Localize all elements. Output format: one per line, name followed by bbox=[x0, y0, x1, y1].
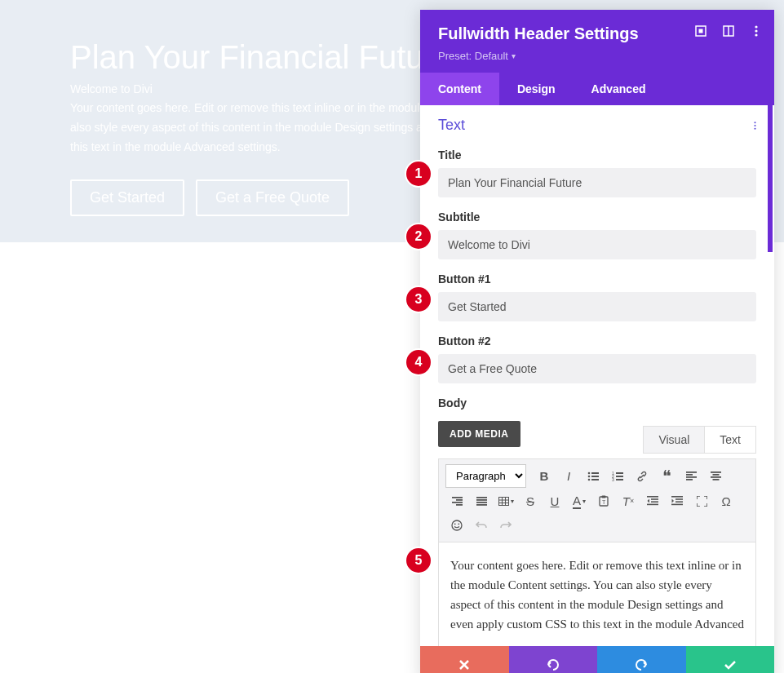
svg-text:3: 3 bbox=[612, 477, 614, 481]
svg-rect-48 bbox=[651, 501, 658, 503]
svg-rect-25 bbox=[686, 479, 693, 480]
svg-rect-15 bbox=[591, 479, 599, 480]
editor-section: Visual Text Paragraph B I 123 ❝ S U A T bbox=[420, 426, 774, 646]
svg-point-7 bbox=[754, 122, 755, 123]
redo-icon[interactable] bbox=[494, 514, 517, 537]
tab-advanced[interactable]: Advanced bbox=[574, 73, 664, 105]
svg-rect-11 bbox=[591, 472, 599, 474]
bold-icon[interactable]: B bbox=[533, 465, 556, 488]
tab-content[interactable]: Content bbox=[420, 73, 499, 105]
svg-rect-33 bbox=[456, 504, 463, 506]
panel-body: Text Title Subtitle Button #1 Button #2 … bbox=[420, 105, 774, 646]
svg-rect-51 bbox=[675, 498, 683, 500]
panel-footer bbox=[420, 646, 774, 673]
svg-text:T: T bbox=[602, 499, 606, 505]
cancel-button[interactable] bbox=[420, 646, 509, 673]
emoji-icon[interactable] bbox=[445, 514, 468, 537]
svg-rect-31 bbox=[456, 499, 463, 501]
editor-toolbar: Paragraph B I 123 ❝ S U A T T× bbox=[438, 458, 756, 542]
svg-rect-23 bbox=[686, 474, 693, 476]
svg-rect-13 bbox=[591, 476, 599, 477]
svg-point-4 bbox=[755, 25, 757, 28]
scrollbar[interactable] bbox=[768, 105, 773, 252]
svg-point-10 bbox=[588, 472, 591, 474]
italic-icon[interactable]: I bbox=[557, 465, 580, 488]
label-button2: Button #2 bbox=[438, 334, 756, 348]
save-button[interactable] bbox=[686, 646, 775, 673]
svg-rect-22 bbox=[686, 472, 697, 473]
label-body: Body bbox=[438, 396, 756, 410]
undo-button[interactable] bbox=[509, 646, 598, 673]
bullet-list-icon[interactable] bbox=[582, 465, 605, 488]
header-icons bbox=[694, 24, 763, 38]
svg-rect-27 bbox=[712, 474, 719, 476]
svg-rect-37 bbox=[476, 504, 487, 506]
underline-icon[interactable]: U bbox=[543, 489, 566, 512]
svg-rect-21 bbox=[616, 479, 623, 480]
quote-icon[interactable]: ❝ bbox=[655, 465, 678, 488]
special-char-icon[interactable]: Ω bbox=[715, 489, 737, 512]
editor-tab-text[interactable]: Text bbox=[705, 426, 756, 454]
redo-button[interactable] bbox=[597, 646, 686, 673]
svg-rect-49 bbox=[647, 504, 658, 506]
svg-rect-35 bbox=[476, 499, 487, 501]
text-color-icon[interactable]: A bbox=[568, 489, 591, 512]
expand-icon[interactable] bbox=[694, 24, 707, 38]
field-button2: Button #2 bbox=[420, 328, 774, 390]
callout-2: 2 bbox=[406, 224, 431, 249]
input-button1[interactable] bbox=[438, 292, 756, 321]
add-media-button[interactable]: ADD MEDIA bbox=[438, 421, 520, 447]
align-center-icon[interactable] bbox=[704, 465, 727, 488]
svg-rect-29 bbox=[712, 479, 719, 480]
editor-content[interactable]: Your content goes here. Edit or remove t… bbox=[438, 542, 756, 646]
undo-icon[interactable] bbox=[470, 514, 493, 537]
field-title: Title bbox=[420, 142, 774, 204]
number-list-icon[interactable]: 123 bbox=[606, 465, 629, 488]
align-right-icon[interactable] bbox=[445, 489, 468, 512]
more-icon[interactable] bbox=[750, 24, 763, 38]
preview-button-2[interactable]: Get a Free Quote bbox=[196, 179, 349, 216]
preset-dropdown[interactable]: Preset: Default bbox=[438, 50, 516, 62]
editor-tab-visual[interactable]: Visual bbox=[643, 426, 705, 454]
svg-rect-1 bbox=[699, 29, 703, 33]
format-select[interactable]: Paragraph bbox=[445, 464, 526, 488]
svg-rect-26 bbox=[711, 472, 721, 473]
preview-button-1[interactable]: Get Started bbox=[70, 179, 184, 216]
svg-rect-50 bbox=[671, 496, 683, 498]
section-header: Text bbox=[420, 105, 774, 142]
label-title: Title bbox=[438, 148, 756, 162]
svg-rect-19 bbox=[616, 476, 623, 477]
svg-rect-44 bbox=[602, 496, 606, 498]
section-more-icon[interactable] bbox=[754, 120, 756, 131]
outdent-icon[interactable] bbox=[641, 489, 664, 512]
align-justify-icon[interactable] bbox=[470, 489, 493, 512]
input-title[interactable] bbox=[438, 168, 756, 197]
tab-design[interactable]: Design bbox=[499, 73, 574, 105]
svg-rect-32 bbox=[452, 502, 463, 503]
svg-rect-53 bbox=[671, 504, 683, 506]
fullscreen-icon[interactable] bbox=[690, 489, 713, 512]
align-left-icon[interactable] bbox=[680, 465, 702, 488]
svg-rect-38 bbox=[498, 497, 508, 505]
strikethrough-icon[interactable]: S bbox=[519, 489, 542, 512]
clear-format-icon[interactable]: T× bbox=[617, 489, 640, 512]
svg-point-56 bbox=[458, 523, 459, 525]
snap-icon[interactable] bbox=[722, 24, 735, 38]
input-subtitle[interactable] bbox=[438, 230, 756, 259]
link-icon[interactable] bbox=[631, 465, 653, 488]
input-button2[interactable] bbox=[438, 354, 756, 383]
label-subtitle: Subtitle bbox=[438, 210, 756, 224]
svg-rect-52 bbox=[675, 501, 683, 503]
svg-rect-30 bbox=[452, 497, 463, 498]
paste-icon[interactable]: T bbox=[592, 489, 615, 512]
callout-5: 5 bbox=[406, 548, 431, 573]
svg-point-12 bbox=[588, 475, 591, 477]
callout-1: 1 bbox=[406, 162, 431, 186]
svg-rect-46 bbox=[647, 496, 658, 498]
table-icon[interactable] bbox=[494, 489, 517, 512]
label-button1: Button #1 bbox=[438, 272, 756, 286]
indent-icon[interactable] bbox=[666, 489, 689, 512]
svg-rect-24 bbox=[686, 476, 697, 478]
svg-point-55 bbox=[454, 523, 456, 525]
svg-rect-28 bbox=[711, 476, 721, 478]
